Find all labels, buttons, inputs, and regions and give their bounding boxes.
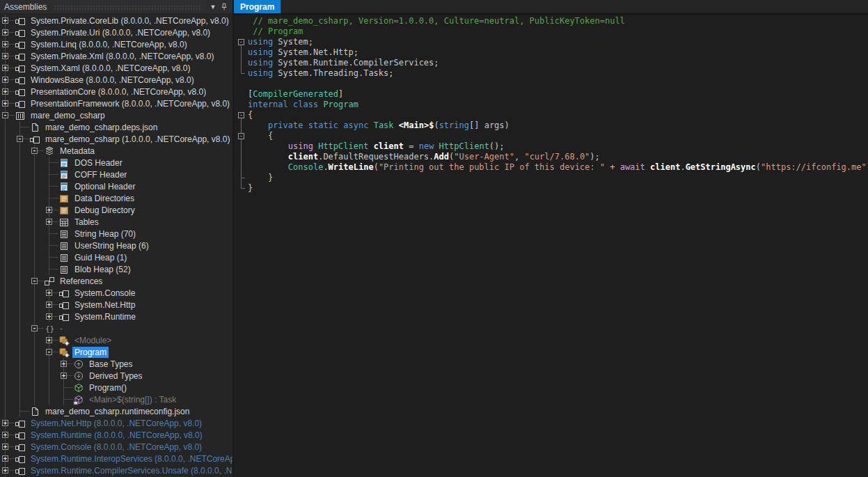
code-token: HttpClient bbox=[318, 141, 368, 152]
tree-item-data-directories[interactable]: Data Directories bbox=[0, 192, 232, 204]
tree-item-label: System.Net.Http bbox=[72, 299, 137, 311]
tree-item-system-runtime-interopservices-8-0-0-0-n[interactable]: +System.Runtime.InteropServices (8.0.0.0… bbox=[0, 453, 232, 464]
expand-plus-icon[interactable]: + bbox=[2, 41, 8, 47]
tree-guide-connector: + bbox=[0, 417, 15, 429]
code-token bbox=[434, 141, 439, 152]
tree-item-program[interactable]: -Program bbox=[0, 346, 232, 358]
code-editor[interactable]: // mare_demo_csharp, Version=1.0.0.0, Cu… bbox=[234, 15, 868, 477]
tree-item-tables[interactable]: +Tables bbox=[0, 216, 232, 228]
code-line bbox=[234, 79, 868, 89]
fold-toggle-icon[interactable]: - bbox=[238, 112, 244, 118]
expand-plus-icon[interactable]: + bbox=[2, 29, 8, 36]
tree-item-dos-header[interactable]: DOS Header bbox=[0, 157, 232, 169]
tab-program[interactable]: Program bbox=[234, 0, 281, 13]
expand-plus-icon[interactable]: + bbox=[46, 337, 52, 343]
tree-item-system-private-uri-8-0-0-0-netcoreapp-v8[interactable]: +System.Private.Uri (8.0.0.0, .NETCoreAp… bbox=[0, 26, 232, 38]
collapse-minus-icon[interactable]: - bbox=[31, 148, 38, 154]
tree-item-system-net-http-8-0-0-0-netcoreapp-v8-0[interactable]: +System.Net.Http (8.0.0.0, .NETCoreApp, … bbox=[0, 417, 232, 429]
tree-guide-line bbox=[44, 382, 58, 393]
tree-guide-line bbox=[0, 121, 15, 133]
tree-item-derived-types[interactable]: +Derived Types bbox=[0, 370, 232, 382]
expand-plus-icon[interactable]: + bbox=[61, 361, 67, 367]
tree-item-references[interactable]: -References bbox=[0, 275, 232, 287]
collapse-minus-icon[interactable]: - bbox=[46, 349, 52, 355]
tree-item-base-types[interactable]: +Base Types bbox=[0, 358, 232, 370]
collapse-minus-icon[interactable]: - bbox=[17, 136, 23, 142]
expand-plus-icon[interactable]: + bbox=[46, 290, 52, 296]
expand-plus-icon[interactable]: + bbox=[2, 65, 8, 71]
tree-item-windowsbase-8-0-0-0-netcoreapp-v8-0[interactable]: +WindowsBase (8.0.0.0, .NETCoreApp, v8.0… bbox=[0, 74, 232, 86]
collapse-minus-icon[interactable]: - bbox=[2, 112, 8, 118]
expand-plus-icon[interactable]: + bbox=[46, 313, 52, 320]
tree-item-system-xaml-8-0-0-0-netcoreapp-v8-0[interactable]: +System.Xaml (8.0.0.0, .NETCoreApp, v8.0… bbox=[0, 62, 232, 74]
tree-guide-line bbox=[29, 346, 44, 358]
expand-plus-icon[interactable]: + bbox=[2, 444, 8, 450]
code-token: static bbox=[308, 120, 338, 131]
tree-item-module[interactable]: +<Module> bbox=[0, 334, 232, 346]
expand-plus-icon[interactable]: + bbox=[2, 53, 8, 59]
tree-guide-connector: + bbox=[0, 86, 15, 97]
tree-item-main-string-task[interactable]: <Main>$(string[]) : Task bbox=[0, 393, 232, 405]
code-token: WriteLine bbox=[329, 162, 374, 173]
tree-item-system-runtime-compilerservices-unsafe-8[interactable]: +System.Runtime.CompilerServices.Unsafe … bbox=[0, 464, 232, 476]
tree-item-label: - bbox=[58, 323, 65, 334]
tree-item-presentationframework-8-0-0-0-netcoreapp[interactable]: +PresentationFramework (8.0.0.0, .NETCor… bbox=[0, 97, 232, 109]
tree-item-mare-demo-csharp-deps-json[interactable]: mare_demo_csharp.deps.json bbox=[0, 121, 232, 133]
tree-guide-line bbox=[44, 370, 58, 382]
tree-item-coff-header[interactable]: COFF Header bbox=[0, 169, 232, 180]
tree-item-mare-demo-csharp[interactable]: -mare_demo_csharp bbox=[0, 109, 232, 121]
fold-margin bbox=[234, 120, 248, 131]
tree-item-system-private-xml-8-0-0-0-netcoreapp-v8[interactable]: +System.Private.Xml (8.0.0.0, .NETCoreAp… bbox=[0, 50, 232, 62]
expand-plus-icon[interactable]: + bbox=[2, 432, 8, 438]
expand-plus-icon[interactable]: + bbox=[2, 420, 8, 426]
tree-item-presentationcore-8-0-0-0-netcoreapp-v8-0[interactable]: +PresentationCore (8.0.0.0, .NETCoreApp,… bbox=[0, 86, 232, 97]
code-token bbox=[288, 100, 293, 110]
tree-item-optional-header[interactable]: Optional Header bbox=[0, 180, 232, 192]
tree-guide-connector: + bbox=[58, 358, 73, 370]
code-token: client bbox=[650, 162, 680, 173]
tree-guide-line bbox=[0, 322, 15, 334]
tree-item-string-heap-70[interactable]: String Heap (70) bbox=[0, 228, 232, 240]
tree-item-system-console-8-0-0-0-netcoreapp-v8-0[interactable]: +System.Console (8.0.0.0, .NETCoreApp, v… bbox=[0, 441, 232, 453]
tree-item-system-runtime-8-0-0-0-netcoreapp-v8-0[interactable]: +System.Runtime (8.0.0.0, .NETCoreApp, v… bbox=[0, 429, 232, 441]
tree-item-[interactable]: -{}- bbox=[0, 322, 232, 334]
tree-item-debug-directory[interactable]: +Debug Directory bbox=[0, 204, 232, 216]
tree-item-blob-heap-52[interactable]: Blob Heap (52) bbox=[0, 263, 232, 275]
pin-icon[interactable] bbox=[219, 1, 230, 13]
tree-guide-connector bbox=[44, 180, 58, 192]
expand-plus-icon[interactable]: + bbox=[2, 455, 8, 462]
expand-plus-icon[interactable]: + bbox=[46, 207, 52, 213]
fold-toggle-icon[interactable]: - bbox=[238, 39, 244, 45]
expand-plus-icon[interactable]: + bbox=[2, 467, 8, 474]
expand-plus-icon[interactable]: + bbox=[46, 219, 52, 225]
tree-item-program[interactable]: Program() bbox=[0, 382, 232, 393]
tree-item-userstring-heap-6[interactable]: UserString Heap (6) bbox=[0, 240, 232, 251]
tree-item-label: COFF Header bbox=[72, 169, 129, 180]
code-line: // mare_demo_csharp, Version=1.0.0.0, Cu… bbox=[234, 16, 868, 26]
expand-plus-icon[interactable]: + bbox=[2, 100, 8, 107]
tree-item-system-console[interactable]: +System.Console bbox=[0, 287, 232, 299]
expand-plus-icon[interactable]: + bbox=[61, 373, 67, 379]
code-token: Program bbox=[323, 100, 358, 110]
tree-item-mare-demo-csharp-1-0-0-0-netcoreapp-v8-0[interactable]: -mare_demo_csharp (1.0.0.0, .NETCoreApp,… bbox=[0, 133, 232, 145]
tree-item-guid-heap-1[interactable]: Guid Heap (1) bbox=[0, 251, 232, 263]
expand-plus-icon[interactable]: + bbox=[2, 88, 8, 95]
tree-item-system-linq-8-0-0-0-netcoreapp-v8-0[interactable]: +System.Linq (8.0.0.0, .NETCoreApp, v8.0… bbox=[0, 38, 232, 50]
collapse-minus-icon[interactable]: - bbox=[31, 325, 38, 331]
tree-item-metadata[interactable]: -Metadata bbox=[0, 145, 232, 157]
expand-plus-icon[interactable]: + bbox=[46, 302, 52, 308]
fold-margin bbox=[234, 79, 248, 89]
expand-plus-icon[interactable]: + bbox=[2, 17, 8, 24]
tree-item-mare-demo-csharp-runtimeconfig-json[interactable]: mare_demo_csharp.runtimeconfig.json bbox=[0, 405, 232, 417]
tree-guide-line bbox=[0, 157, 15, 169]
tree-item-system-net-http[interactable]: +System.Net.Http bbox=[0, 299, 232, 311]
collapse-minus-icon[interactable]: - bbox=[31, 278, 38, 284]
tree-item-system-private-corelib-8-0-0-0-netcoreap[interactable]: +System.Private.CoreLib (8.0.0.0, .NETCo… bbox=[0, 15, 232, 26]
tree-guide-line bbox=[15, 192, 29, 204]
tree-item-system-runtime[interactable]: +System.Runtime bbox=[0, 311, 232, 322]
expand-plus-icon[interactable]: + bbox=[2, 77, 8, 83]
chevron-down-icon[interactable]: ▼ bbox=[207, 1, 219, 13]
fold-margin bbox=[234, 26, 248, 37]
assemblies-tree[interactable]: +System.Private.CoreLib (8.0.0.0, .NETCo… bbox=[0, 13, 232, 477]
fold-toggle-icon[interactable]: - bbox=[238, 133, 244, 139]
